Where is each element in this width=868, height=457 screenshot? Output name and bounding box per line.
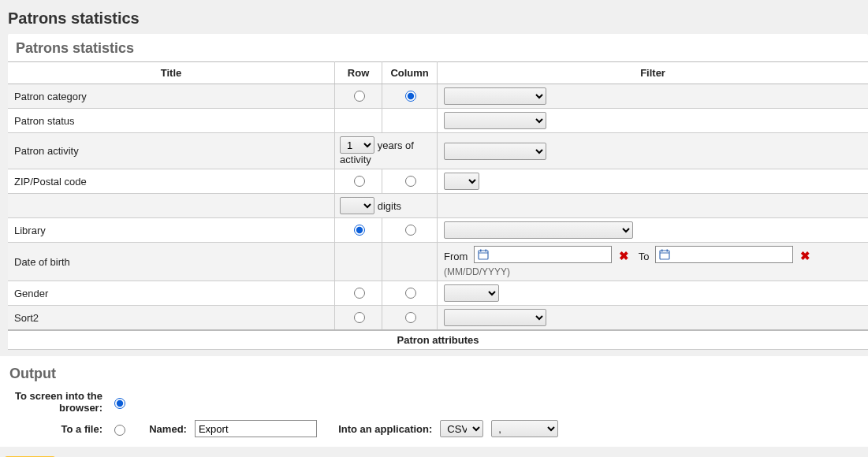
row-label-zip-digits bbox=[8, 194, 335, 218]
svg-rect-2 bbox=[480, 250, 482, 252]
sort2-row-radio[interactable] bbox=[354, 312, 365, 323]
patron-category-col-radio[interactable] bbox=[405, 91, 416, 102]
calendar-icon bbox=[478, 249, 489, 260]
gender-filter-select[interactable] bbox=[444, 284, 499, 302]
row-label-patron-category: Patron category bbox=[8, 84, 335, 109]
zip-col-radio[interactable] bbox=[405, 176, 416, 187]
library-row-radio[interactable] bbox=[354, 225, 365, 236]
dob-from-clear-icon[interactable]: ✖ bbox=[619, 249, 629, 263]
output-file-label: To a file: bbox=[8, 423, 102, 435]
row-label-patron-activity: Patron activity bbox=[8, 133, 335, 169]
page-title: Patrons statistics bbox=[0, 0, 868, 34]
svg-rect-6 bbox=[661, 250, 663, 252]
criteria-table: Title Row Column Filter Patron category … bbox=[8, 61, 868, 350]
library-col-radio[interactable] bbox=[405, 225, 416, 236]
gender-col-radio[interactable] bbox=[405, 288, 416, 299]
output-screen-radio[interactable] bbox=[114, 398, 125, 409]
row-label-patron-status: Patron status bbox=[8, 109, 335, 133]
library-filter-select[interactable] bbox=[444, 221, 633, 239]
dob-from-label: From bbox=[444, 251, 468, 262]
output-separator-select[interactable]: , bbox=[491, 420, 558, 437]
header-title: Title bbox=[8, 62, 335, 84]
patron-activity-years-select[interactable]: 1 bbox=[340, 136, 374, 154]
zip-digits-suffix: digits bbox=[378, 200, 401, 212]
patron-category-filter-select[interactable] bbox=[444, 87, 546, 105]
dob-from-input[interactable] bbox=[489, 247, 611, 262]
dob-to-input[interactable] bbox=[670, 247, 792, 262]
section-title: Patrons statistics bbox=[8, 34, 868, 61]
zip-filter-select[interactable] bbox=[444, 173, 479, 190]
output-format-select[interactable]: CSV bbox=[440, 420, 483, 437]
svg-rect-7 bbox=[666, 250, 668, 252]
sort2-col-radio[interactable] bbox=[405, 312, 416, 323]
calendar-icon bbox=[659, 249, 670, 260]
patron-activity-filter-select[interactable] bbox=[444, 143, 546, 160]
output-file-radio[interactable] bbox=[114, 425, 125, 436]
sort2-filter-select[interactable] bbox=[444, 309, 546, 326]
svg-rect-0 bbox=[479, 251, 488, 259]
svg-rect-3 bbox=[485, 250, 486, 252]
row-label-dob: Date of birth bbox=[8, 243, 335, 281]
zip-row-radio[interactable] bbox=[354, 176, 365, 187]
output-named-input[interactable] bbox=[195, 420, 317, 437]
row-label-sort2: Sort2 bbox=[8, 306, 335, 331]
output-intoapp-label: Into an application: bbox=[338, 423, 432, 435]
svg-rect-4 bbox=[660, 251, 669, 259]
patron-category-row-radio[interactable] bbox=[354, 91, 365, 102]
row-label-zip: ZIP/Postal code bbox=[8, 169, 335, 194]
dob-to-clear-icon[interactable]: ✖ bbox=[800, 249, 810, 263]
gender-row-radio[interactable] bbox=[354, 288, 365, 299]
output-screen-label: To screen into the browser: bbox=[8, 390, 102, 414]
dob-from-input-wrap[interactable] bbox=[474, 246, 612, 263]
header-row: Row bbox=[335, 62, 382, 84]
row-label-gender: Gender bbox=[8, 281, 335, 306]
zip-digits-select[interactable] bbox=[340, 197, 374, 214]
output-named-label: Named: bbox=[149, 423, 187, 435]
dob-format-hint: (MM/DD/YYYY) bbox=[444, 266, 862, 277]
dob-to-label: To bbox=[639, 251, 650, 262]
header-column: Column bbox=[382, 62, 438, 84]
patron-status-filter-select[interactable] bbox=[444, 112, 546, 129]
row-label-library: Library bbox=[8, 218, 335, 243]
output-title: Output bbox=[0, 359, 868, 387]
dob-to-input-wrap[interactable] bbox=[655, 246, 793, 263]
header-filter: Filter bbox=[438, 62, 868, 84]
patron-attributes-subheader: Patron attributes bbox=[8, 330, 868, 350]
